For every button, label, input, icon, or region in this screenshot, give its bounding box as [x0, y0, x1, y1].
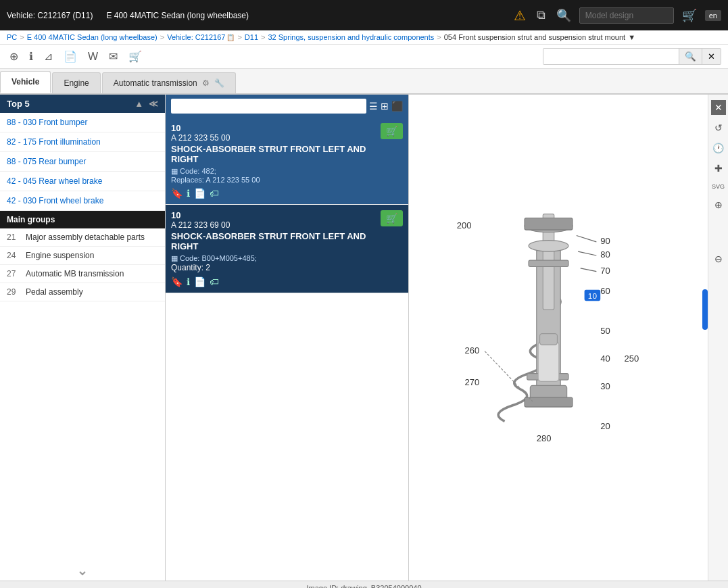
svg-text:250: 250 — [625, 353, 639, 364]
right-panel: ✕ — [409, 95, 728, 581]
top-bar-left: Vehicle: C212167 (D11) E 400 4MATIC Seda… — [7, 11, 249, 20]
info-icon-2[interactable]: ℹ — [187, 276, 190, 287]
svg-text:40: 40 — [600, 353, 610, 364]
parts-list: 10 A 212 323 55 00 SHOCK-ABSORBER STRUT … — [166, 118, 408, 581]
svg-rect-11 — [525, 397, 573, 407]
zoom-in-icon[interactable]: ⊕ — [7, 49, 21, 64]
tab-vehicle[interactable]: Vehicle — [0, 71, 51, 93]
table-icon-2: ▦ — [171, 254, 178, 262]
document-icon[interactable]: 📄 — [61, 49, 80, 64]
wis-icon[interactable]: W — [85, 49, 101, 64]
svg-text:80: 80 — [600, 250, 610, 260]
bookmark-icon[interactable]: 🔖 — [171, 188, 183, 199]
vehicle-id: Vehicle: C212167 (D11) — [7, 11, 93, 20]
top5-expand-icon[interactable]: ≪ — [149, 99, 158, 109]
lang-badge[interactable]: en — [705, 10, 721, 21]
toolbar-search-clear[interactable]: ✕ — [702, 49, 721, 64]
diagram-history-icon[interactable]: 🕐 — [710, 141, 726, 155]
add-to-cart-button-1[interactable]: 🛒 — [381, 210, 403, 226]
svg-text:20: 20 — [600, 421, 610, 431]
tab-icon-1: ⚙ — [202, 78, 210, 88]
top5-item[interactable]: 82 - 175 Front illumination — [0, 132, 165, 152]
parts-search-input[interactable] — [171, 99, 366, 114]
top5-items: 88 - 030 Front bumper 82 - 175 Front ill… — [0, 113, 165, 211]
breadcrumb-model[interactable]: E 400 4MATIC Sedan (long wheelbase) — [27, 33, 157, 41]
expand-view-icon[interactable]: ⬛ — [391, 101, 403, 112]
diagram-scrollbar[interactable] — [702, 289, 708, 330]
top-bar: Vehicle: C212167 (D11) E 400 4MATIC Seda… — [0, 0, 728, 30]
part-item-1: 10 A 212 323 69 00 SHOCK-ABSORBER STRUT … — [166, 205, 408, 293]
parts-list-header: ☰ ⊞ ⬛ — [166, 95, 408, 118]
group-item-21[interactable]: 21 Major assembly detachable parts — [0, 228, 165, 247]
tab-engine[interactable]: Engine — [52, 72, 100, 93]
toolbar-search-button[interactable]: 🔍 — [679, 49, 702, 64]
breadcrumb-32[interactable]: 32 Springs, suspension and hydraulic com… — [268, 33, 434, 41]
breadcrumb-vehicle[interactable]: Vehicle: C212167 — [167, 33, 225, 41]
diagram-area: ✕ — [409, 95, 728, 581]
download-icon-2[interactable]: 📄 — [194, 276, 205, 287]
top5-collapse-icon[interactable]: ▲ — [135, 99, 143, 109]
breadcrumb-current: 054 Front suspension strut and suspensio… — [444, 33, 625, 41]
breadcrumb-vehicle-icon[interactable]: 📋 — [226, 34, 235, 41]
top5-header-icons: ▲ ≪ — [135, 99, 158, 109]
top5-header: Top 5 ▲ ≪ — [0, 95, 165, 113]
cart-icon[interactable]: 🛒 — [679, 7, 700, 24]
top5-item[interactable]: 88 - 030 Front bumper — [0, 113, 165, 132]
top5-item[interactable]: 42 - 030 Front wheel brake — [0, 191, 165, 211]
svg-text:260: 260 — [465, 345, 480, 356]
list-view-icon[interactable]: ☰ — [369, 101, 378, 112]
grid-view-icon[interactable]: ⊞ — [381, 101, 389, 112]
svg-text:90: 90 — [600, 236, 610, 246]
copy-icon[interactable]: ⧉ — [534, 7, 548, 24]
group-item-24[interactable]: 24 Engine suspension — [0, 247, 165, 265]
breadcrumb-d11[interactable]: D11 — [245, 33, 258, 41]
left-panel: Top 5 ▲ ≪ 88 - 030 Front bumper 82 - 175… — [0, 95, 166, 581]
scroll-indicator — [0, 566, 165, 581]
tab-automatic-transmission[interactable]: Automatic transmission ⚙ 🔧 — [102, 72, 237, 93]
parts-diagram: 200 90 80 70 60 50 40 30 20 — [409, 95, 728, 581]
filter-icon[interactable]: ⊿ — [41, 49, 55, 64]
part-actions-1: 🔖 ℹ 📄 🏷 — [171, 276, 403, 287]
top-bar-right: ⚠ ⧉ 🔍 🛒 en — [511, 6, 721, 25]
info-icon[interactable]: ℹ — [26, 49, 36, 64]
diagram-cross-icon[interactable]: ✚ — [712, 161, 725, 176]
group-item-27[interactable]: 27 Automatic MB transmission — [0, 265, 165, 283]
svg-text:30: 30 — [600, 381, 610, 391]
top5-item[interactable]: 88 - 075 Rear bumper — [0, 152, 165, 172]
search-icon[interactable]: 🔍 — [554, 7, 574, 24]
add-to-cart-button-0[interactable]: 🛒 — [381, 123, 403, 139]
toolbar-icons-left: ⊕ ℹ ⊿ 📄 W ✉ 🛒 — [7, 49, 145, 64]
svg-text:200: 200 — [457, 220, 472, 230]
svg-rect-9 — [540, 334, 558, 345]
breadcrumb-dropdown[interactable]: ▼ — [628, 33, 635, 41]
cart2-icon[interactable]: 🛒 — [126, 49, 145, 64]
diagram-zoom-out[interactable]: ⊖ — [712, 251, 725, 266]
tag-icon-2[interactable]: 🏷 — [210, 276, 219, 287]
diagram-right-tools: ✕ ↺ 🕐 ✚ SVG ⊕ ⊖ — [708, 95, 728, 581]
svg-text:10: 10 — [588, 291, 598, 300]
diagram-svg-icon[interactable]: SVG — [710, 181, 727, 192]
tab-icon-2: 🔧 — [214, 78, 224, 88]
svg-text:70: 70 — [600, 266, 610, 276]
top5-item[interactable]: 42 - 045 Rear wheel brake — [0, 172, 165, 191]
svg-text:270: 270 — [465, 377, 480, 387]
diagram-close-x[interactable]: ✕ — [711, 100, 726, 115]
info-icon[interactable]: ℹ — [187, 188, 190, 199]
bookmark-icon-2[interactable]: 🔖 — [171, 276, 183, 287]
toolbar-search-input[interactable] — [543, 49, 679, 64]
top5-label: Top 5 — [7, 99, 30, 109]
svg-rect-6 — [529, 260, 568, 266]
warning-icon[interactable]: ⚠ — [511, 6, 529, 25]
download-icon[interactable]: 📄 — [194, 188, 205, 199]
group-item-29[interactable]: 29 Pedal assembly — [0, 283, 165, 301]
main-groups-header: Main groups — [0, 211, 165, 228]
tab-bar: Vehicle Engine Automatic transmission ⚙ … — [0, 69, 728, 95]
diagram-zoom-in[interactable]: ⊕ — [712, 197, 725, 212]
model-design-input[interactable] — [579, 7, 674, 24]
svg-rect-4 — [525, 218, 573, 230]
svg-text:60: 60 — [600, 286, 610, 296]
mail-icon[interactable]: ✉ — [106, 49, 120, 64]
tag-icon[interactable]: 🏷 — [210, 188, 219, 199]
breadcrumb-pc[interactable]: PC — [7, 33, 17, 41]
diagram-rotate-icon[interactable]: ↺ — [712, 120, 725, 135]
